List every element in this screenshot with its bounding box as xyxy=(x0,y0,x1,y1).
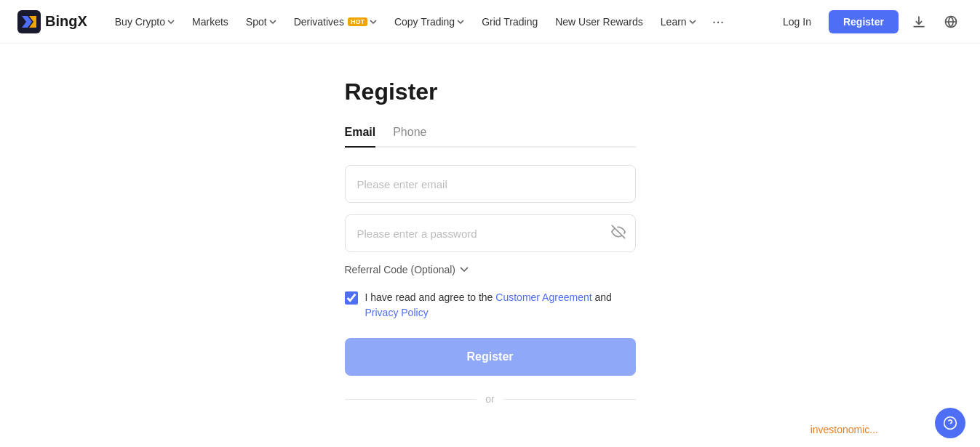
registration-tabs: Email Phone xyxy=(345,126,636,148)
help-icon xyxy=(943,416,957,430)
toggle-password-icon[interactable] xyxy=(611,225,626,242)
tab-phone[interactable]: Phone xyxy=(393,126,426,148)
nav-right: Log In Register xyxy=(774,10,963,33)
chevron-down-icon xyxy=(269,20,276,24)
chevron-down-icon xyxy=(167,20,175,24)
help-button[interactable] xyxy=(935,408,965,438)
nav-item-derivatives[interactable]: Derivatives HOT xyxy=(287,12,384,32)
nav-item-buy-crypto[interactable]: Buy Crypto xyxy=(108,12,182,32)
hot-badge: HOT xyxy=(348,17,367,26)
page-title: Register xyxy=(345,78,636,105)
watermark: investonomic... xyxy=(810,424,878,435)
referral-chevron-icon xyxy=(460,267,469,273)
download-icon xyxy=(912,15,926,29)
download-button[interactable] xyxy=(907,10,931,33)
agreement-checkbox[interactable] xyxy=(345,291,358,305)
or-divider: or xyxy=(345,393,636,405)
chevron-down-icon xyxy=(370,20,377,24)
nav-item-copy-trading[interactable]: Copy Trading xyxy=(387,12,471,32)
tab-email[interactable]: Email xyxy=(345,126,376,148)
logo-text: BingX xyxy=(45,13,87,30)
globe-icon xyxy=(944,15,958,29)
chevron-down-icon xyxy=(689,20,696,24)
referral-code-toggle[interactable]: Referral Code (Optional) xyxy=(345,264,636,275)
language-button[interactable] xyxy=(939,10,963,33)
nav-item-spot[interactable]: Spot xyxy=(239,12,284,32)
register-submit-button[interactable]: Register xyxy=(345,338,636,376)
chevron-down-icon xyxy=(457,20,464,24)
main-content: Register Email Phone Referral Code (Opti… xyxy=(0,44,980,447)
more-menu[interactable]: ··· xyxy=(706,10,730,33)
customer-agreement-link[interactable]: Customer Agreement xyxy=(495,291,591,303)
agreement-section: I have read and agree to the Customer Ag… xyxy=(345,290,636,321)
register-card: Register Email Phone Referral Code (Opti… xyxy=(345,78,636,405)
privacy-policy-link[interactable]: Privacy Policy xyxy=(365,307,429,318)
logo[interactable]: BingX xyxy=(17,10,87,33)
logo-icon xyxy=(17,10,41,33)
login-button[interactable]: Log In xyxy=(774,12,820,32)
nav-items: Buy Crypto Markets Spot Derivatives HOT … xyxy=(108,10,774,33)
nav-item-markets[interactable]: Markets xyxy=(185,12,236,32)
nav-item-grid-trading[interactable]: Grid Trading xyxy=(474,12,545,32)
nav-item-learn[interactable]: Learn xyxy=(653,12,704,32)
password-input[interactable] xyxy=(345,214,636,252)
password-field-group xyxy=(345,214,636,252)
email-input[interactable] xyxy=(345,165,636,203)
register-nav-button[interactable]: Register xyxy=(829,10,899,33)
email-field-group xyxy=(345,165,636,203)
agreement-text: I have read and agree to the Customer Ag… xyxy=(365,290,636,321)
nav-item-new-user-rewards[interactable]: New User Rewards xyxy=(548,12,650,32)
navbar: BingX Buy Crypto Markets Spot Derivative… xyxy=(0,0,980,44)
